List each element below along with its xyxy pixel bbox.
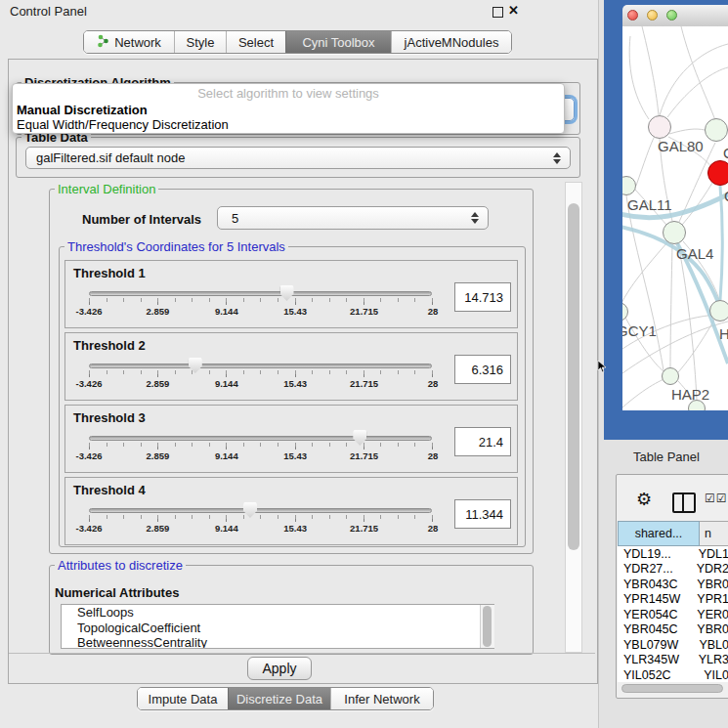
- network-node[interactable]: [709, 300, 728, 321]
- network-edges: [622, 26, 728, 410]
- number-of-intervals-label: Number of Intervals: [82, 212, 201, 227]
- threshold-value-input[interactable]: [454, 499, 511, 529]
- network-canvas[interactable]: GAL80GCGAL11GAL4GCY1HHAP2: [622, 26, 728, 410]
- dropdown-item-equal-width-frequency[interactable]: Equal Width/Frequency Discretization: [17, 117, 560, 132]
- dropdown-hint: Select algorithm to view settings: [13, 86, 564, 101]
- table-row[interactable]: YDL19...YDL1: [618, 546, 728, 562]
- table-cell[interactable]: YBR0: [691, 578, 728, 591]
- tab-infer-network[interactable]: Infer Network: [330, 688, 433, 709]
- slider-track[interactable]: [89, 508, 432, 513]
- control-panel: Control Panel ✕ Network Style Select Cyn…: [0, 0, 599, 728]
- tab-cyni-toolbox[interactable]: Cyni Toolbox: [285, 31, 391, 53]
- network-window-titlebar[interactable]: [622, 5, 728, 27]
- tick-label: 21.715: [350, 450, 378, 461]
- tab-network[interactable]: Network: [84, 31, 174, 53]
- table-cell[interactable]: YBR043C: [618, 578, 691, 591]
- table-cell[interactable]: YBR045C: [618, 622, 691, 636]
- tab-discretize-data[interactable]: Discretize Data: [228, 688, 330, 709]
- list-scrollbar[interactable]: [480, 605, 494, 648]
- network-node[interactable]: [688, 400, 706, 410]
- node-label: GCY1: [622, 322, 657, 339]
- table-row[interactable]: YER054CYER0: [618, 607, 728, 622]
- settings-scrollbar-thumb[interactable]: [568, 203, 579, 550]
- tick-label: -3.426: [76, 378, 103, 389]
- attribute-list-item[interactable]: TopologicalCoefficient: [62, 621, 493, 636]
- table-cell[interactable]: YDR2: [691, 562, 728, 576]
- slider-track[interactable]: [89, 364, 432, 368]
- threshold-label: Threshold 3: [73, 410, 146, 425]
- table-cell[interactable]: YIL052C: [618, 668, 698, 682]
- tab-jactivemnodules[interactable]: jActiveMNodules: [391, 31, 511, 53]
- table-cell[interactable]: YER0: [691, 608, 728, 621]
- table-cell[interactable]: YER054C: [618, 608, 691, 621]
- table-cell[interactable]: YBR0: [691, 622, 728, 636]
- column-header-shared[interactable]: shared...: [618, 521, 700, 546]
- table-row[interactable]: YPR145WYPR1: [618, 592, 728, 608]
- table-cell[interactable]: YPR1: [691, 592, 728, 606]
- column-header-name[interactable]: n: [700, 521, 728, 546]
- network-node[interactable]: [707, 160, 728, 186]
- node-label: HAP2: [671, 386, 709, 403]
- select-columns-icon[interactable]: ☑☑: [705, 492, 728, 505]
- close-icon[interactable]: ✕: [508, 3, 519, 18]
- table-row[interactable]: YIL052CYIL0: [618, 667, 728, 682]
- list-scrollbar-thumb[interactable]: [483, 606, 492, 647]
- attributes-group-title: Attributes to discretize: [55, 558, 186, 573]
- tick-label: 2.859: [147, 523, 170, 534]
- apply-button[interactable]: Apply: [247, 657, 312, 680]
- tick-label: 21.715: [350, 306, 378, 317]
- gear-icon[interactable]: ⚙: [636, 489, 652, 510]
- table-row[interactable]: YLR345WYLR3: [618, 653, 728, 668]
- threshold-slider[interactable]: -3.4262.8599.14415.4321.71528: [89, 284, 432, 320]
- threshold-value-input[interactable]: [454, 427, 511, 456]
- table-cell[interactable]: YDR27...: [618, 562, 691, 576]
- numerical-attributes-label: Numerical Attributes: [55, 585, 179, 600]
- table-row[interactable]: YBR045CYBR0: [618, 622, 728, 638]
- tab-select[interactable]: Select: [226, 31, 285, 53]
- tab-style[interactable]: Style: [174, 31, 226, 53]
- numeric-attribute-list[interactable]: SelfLoopsTopologicalCoefficientBetweenne…: [61, 604, 494, 649]
- network-node[interactable]: [705, 118, 728, 142]
- close-window-icon[interactable]: [627, 10, 638, 21]
- table-cell[interactable]: YIL0: [698, 668, 728, 682]
- attribute-list-item[interactable]: BetweennessCentrality: [62, 635, 493, 649]
- slider-track[interactable]: [89, 436, 432, 441]
- table-cell[interactable]: YBL079W: [618, 638, 693, 652]
- table-cell[interactable]: YDL19...: [618, 547, 693, 561]
- slider-minor-ticks: [89, 298, 433, 302]
- table-row[interactable]: YBL079WYBL0: [618, 637, 728, 653]
- slider-track[interactable]: [89, 291, 432, 296]
- columns-icon[interactable]: [672, 492, 696, 513]
- table-cell[interactable]: YLR3: [693, 653, 728, 666]
- dropdown-item-manual-discretization[interactable]: Manual Discretization: [17, 103, 560, 117]
- threshold-value-input[interactable]: [454, 355, 511, 384]
- tick-label: -3.426: [76, 450, 103, 461]
- control-panel-title: Control Panel: [10, 4, 87, 19]
- threshold-value-input[interactable]: [454, 282, 511, 312]
- table-horizontal-scrollbar-thumb[interactable]: [621, 684, 723, 693]
- attribute-list-item[interactable]: SelfLoops: [62, 605, 493, 621]
- tick-label: 15.43: [283, 378, 307, 389]
- table-row[interactable]: YDR27...YDR2: [618, 562, 728, 578]
- float-window-icon[interactable]: [492, 7, 503, 18]
- minimize-window-icon[interactable]: [647, 10, 658, 21]
- table-data-combobox[interactable]: galFiltered.sif default node: [25, 147, 571, 169]
- network-node[interactable]: [662, 367, 679, 385]
- tick-labels: -3.4262.8599.14415.4321.71528: [89, 378, 433, 390]
- tick-label: 9.144: [215, 378, 238, 389]
- table-cell[interactable]: YDL1: [693, 547, 728, 561]
- tab-impute-data[interactable]: Impute Data: [138, 688, 228, 709]
- interval-definition-title: Interval Definition: [55, 182, 158, 196]
- network-node[interactable]: [663, 221, 686, 244]
- network-node[interactable]: [648, 115, 671, 139]
- table-cell[interactable]: YBL0: [693, 638, 728, 652]
- tick-labels: -3.4262.8599.14415.4321.71528: [89, 523, 433, 535]
- zoom-window-icon[interactable]: [666, 10, 677, 21]
- number-of-intervals-combobox[interactable]: 5: [217, 206, 489, 230]
- threshold-slider[interactable]: -3.4262.8599.14415.4321.71528: [89, 501, 432, 536]
- threshold-slider[interactable]: -3.4262.8599.14415.4321.71528: [89, 429, 432, 464]
- threshold-slider[interactable]: -3.4262.8599.14415.4321.71528: [89, 357, 432, 392]
- table-row[interactable]: YBR043CYBR0: [618, 577, 728, 592]
- table-cell[interactable]: YLR345W: [618, 653, 693, 666]
- table-cell[interactable]: YPR145W: [618, 592, 691, 606]
